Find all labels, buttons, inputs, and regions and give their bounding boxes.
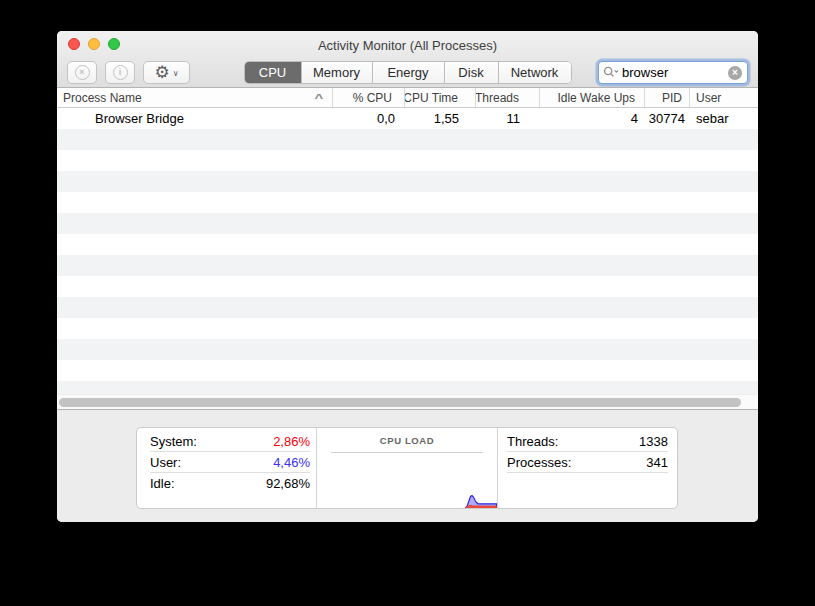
column-header-idle-wake-ups[interactable]: Idle Wake Ups (540, 88, 645, 107)
cell-threads: 11 (476, 111, 540, 126)
cell-pid: 30774 (645, 111, 690, 126)
column-header-cpu-time[interactable]: CPU Time (405, 88, 476, 107)
cell-idle-wake-ups: 4 (540, 111, 645, 126)
table-row[interactable]: Browser Bridge 0,0 1,55 11 4 30774 sebar (57, 108, 758, 129)
tab-disk[interactable]: Disk (444, 62, 498, 83)
info-icon: i (113, 65, 128, 80)
column-header-threads[interactable]: Threads (476, 88, 540, 107)
stat-label: Idle: (150, 476, 175, 491)
column-label: Process Name (63, 91, 142, 105)
quit-process-icon: × (75, 65, 90, 80)
graph-title: CPU LOAD (317, 435, 497, 446)
stat-value: 4,46% (273, 455, 310, 470)
chevron-down-icon: ∨ (173, 69, 179, 78)
cell-user: sebar (690, 111, 758, 126)
stat-value: 341 (646, 455, 668, 470)
search-input[interactable] (620, 65, 728, 80)
search-icon (603, 66, 620, 79)
toolbar-buttons: × i ⚙ ∨ (67, 61, 190, 84)
gear-icon: ⚙ (154, 64, 169, 81)
clear-search-icon[interactable]: × (728, 66, 742, 80)
stat-row-system: System: 2,86% (150, 431, 310, 452)
graph-axis-line (331, 452, 483, 453)
activity-monitor-window: Activity Monitor (All Processes) × i ⚙ ∨ (57, 31, 758, 522)
table-header: Process Name ^ % CPU CPU Time Threads Id… (57, 88, 758, 108)
stat-value: 1338 (639, 434, 668, 449)
titlebar[interactable]: Activity Monitor (All Processes) (57, 31, 758, 57)
tab-cpu[interactable]: CPU (245, 62, 301, 83)
stat-row-idle: Idle: 92,68% (150, 473, 310, 494)
horizontal-scrollbar[interactable] (57, 394, 758, 409)
cell-cpu-time: 1,55 (405, 111, 476, 126)
stat-value: 92,68% (266, 476, 310, 491)
scrollbar-thumb[interactable] (59, 398, 741, 407)
stat-label: System: (150, 434, 197, 449)
tab-network[interactable]: Network (498, 62, 571, 83)
stat-row-threads: Threads: 1338 (507, 431, 668, 452)
cpu-load-sparkline (465, 493, 497, 508)
column-header-process-name[interactable]: Process Name ^ (57, 88, 333, 107)
desktop-background: Activity Monitor (All Processes) × i ⚙ ∨ (0, 0, 815, 606)
cpu-stats-box: System: 2,86% User: 4,46% Idle: 92,68% C… (136, 427, 678, 509)
column-header-cpu-percent[interactable]: % CPU (333, 88, 405, 107)
stat-value: 2,86% (273, 434, 310, 449)
settings-menu-button[interactable]: ⚙ ∨ (143, 61, 190, 84)
cell-process-name: Browser Bridge (57, 111, 333, 126)
stat-row-processes: Processes: 341 (507, 452, 668, 473)
stat-label: User: (150, 455, 181, 470)
inspect-process-button[interactable]: i (105, 61, 135, 84)
process-table: Browser Bridge 0,0 1,55 11 4 30774 sebar (57, 108, 758, 394)
tab-memory[interactable]: Memory (301, 62, 372, 83)
stat-label: Processes: (507, 455, 571, 470)
cpu-usage-stats: System: 2,86% User: 4,46% Idle: 92,68% (137, 428, 317, 508)
stat-label: Threads: (507, 434, 558, 449)
column-header-pid[interactable]: PID (645, 88, 690, 107)
sort-ascending-icon: ^ (315, 93, 333, 104)
stat-row-user: User: 4,46% (150, 452, 310, 473)
search-field[interactable]: × (598, 61, 748, 84)
cpu-load-graph: CPU LOAD (317, 428, 498, 508)
view-tabs: CPU Memory Energy Disk Network (244, 61, 572, 84)
window-chrome: Activity Monitor (All Processes) × i ⚙ ∨ (57, 31, 758, 88)
tab-energy[interactable]: Energy (372, 62, 444, 83)
column-header-user[interactable]: User (690, 88, 758, 107)
window-title: Activity Monitor (All Processes) (57, 38, 758, 53)
stats-pane: System: 2,86% User: 4,46% Idle: 92,68% C… (57, 409, 758, 522)
quit-process-button[interactable]: × (67, 61, 97, 84)
cell-cpu-percent: 0,0 (333, 111, 405, 126)
toolbar: × i ⚙ ∨ CPU Memory Energy Disk Network (57, 57, 758, 88)
process-count-stats: Threads: 1338 Processes: 341 (498, 428, 677, 508)
